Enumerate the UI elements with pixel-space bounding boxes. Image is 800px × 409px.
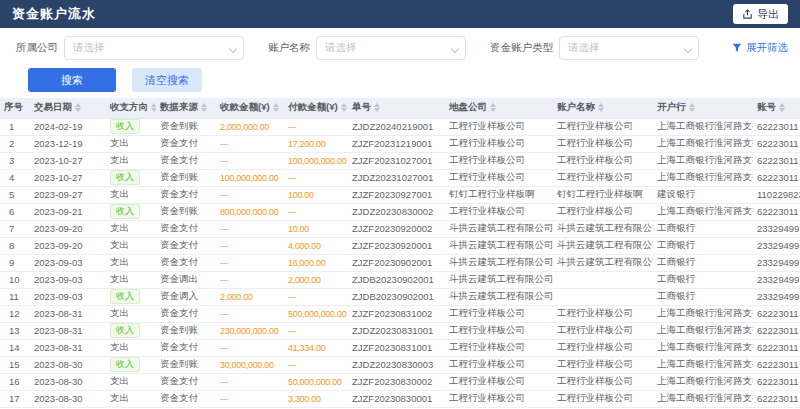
cell-bank: 工商银行 xyxy=(653,254,753,271)
company-select[interactable]: 请选择 xyxy=(64,36,244,60)
cell-source: 资金支付 xyxy=(156,339,216,356)
cell-receive: --- xyxy=(216,135,284,152)
filter-funnel-icon xyxy=(732,43,742,53)
table-row[interactable]: 102023-09-03支出资金调出---2,000.00ZJDB2023090… xyxy=(0,271,800,288)
cell-pay: 100,000,000.00 xyxy=(284,152,348,169)
cell-order: ZJZF20230830001 xyxy=(348,390,445,407)
cell-pay: 3,300.00 xyxy=(284,390,348,407)
table-row[interactable]: 42023-10-27收入资金到账100,000,000.00---ZJDZ20… xyxy=(0,169,800,186)
flow-table: 序号交易日期收支方向数据来源收款金额(¥)付款金额(¥)单号地盘公司账户名称开户… xyxy=(0,98,800,408)
sort-icon[interactable] xyxy=(75,103,81,112)
column-header-date[interactable]: 交易日期 xyxy=(30,98,106,118)
table-body: 12024-02-19收入资金到账2,000,000.00---ZJDZ2024… xyxy=(0,118,800,407)
cell-bank: 上海工商银行淮河路支行 xyxy=(653,152,753,169)
sort-icon[interactable] xyxy=(374,103,380,112)
cell-receive: 2,000,000.00 xyxy=(216,118,284,135)
cell-no: 12 xyxy=(0,305,30,322)
cell-site: 工程行业样板公司 xyxy=(445,339,553,356)
sort-icon[interactable] xyxy=(689,103,695,112)
export-button[interactable]: 导出 xyxy=(733,4,788,24)
expense-text: 支出 xyxy=(110,392,129,403)
cell-order: ZJDZ20230830002 xyxy=(348,203,445,220)
column-header-pay[interactable]: 付款金额(¥) xyxy=(284,98,348,118)
sort-icon[interactable] xyxy=(598,103,604,112)
table-row[interactable]: 132023-08-31收入资金到账230,000,000.00---ZJDZ2… xyxy=(0,322,800,339)
cell-date: 2023-09-03 xyxy=(30,254,106,271)
cell-bank: 上海工商银行淮河路支行 xyxy=(653,322,753,339)
cell-no: 13 xyxy=(0,322,30,339)
cell-pay: --- xyxy=(284,322,348,339)
table-row[interactable]: 12024-02-19收入资金到账2,000,000.00---ZJDZ2024… xyxy=(0,118,800,135)
cell-bank: 上海工商银行淮河路支行 xyxy=(653,169,753,186)
cell-site: 斗拱云建筑工程有限公司 xyxy=(445,220,553,237)
column-header-site[interactable]: 地盘公司 xyxy=(445,98,553,118)
column-header-direction[interactable]: 收支方向 xyxy=(106,98,156,118)
chevron-down-icon xyxy=(229,45,237,53)
filter-field-account: 账户名称 请选择 xyxy=(268,36,490,60)
search-button[interactable]: 搜索 xyxy=(28,68,116,92)
chevron-down-icon xyxy=(451,45,459,53)
table-row[interactable]: 172023-08-30支出资金支付---3,300.00ZJZF2023083… xyxy=(0,390,800,407)
cell-direction: 支出 xyxy=(106,390,156,407)
cell-date: 2023-08-30 xyxy=(30,356,106,373)
sort-icon[interactable] xyxy=(273,103,279,112)
table-row[interactable]: 92023-09-03支出资金支付---16,000.00ZJZF2023090… xyxy=(0,254,800,271)
cell-source: 资金支付 xyxy=(156,220,216,237)
cell-order: ZJZF20230927001 xyxy=(348,186,445,203)
table-row[interactable]: 152023-08-30收入资金到账30,000,000.00---ZJDZ20… xyxy=(0,356,800,373)
column-header-account[interactable]: 账户名称 xyxy=(553,98,653,118)
table-row[interactable]: 142023-08-31支出资金支付---41,334.00ZJZF202308… xyxy=(0,339,800,356)
sort-icon[interactable] xyxy=(490,103,496,112)
cell-account: 工程行业样板公司 xyxy=(553,203,653,220)
cell-order: ZJZF20231027001 xyxy=(348,152,445,169)
type-select[interactable]: 请选择 xyxy=(559,36,699,60)
cell-no: 11 xyxy=(0,288,30,305)
cell-pay: 50,000,000.00 xyxy=(284,373,348,390)
clear-search-button[interactable]: 清空搜索 xyxy=(132,68,202,92)
table-row[interactable]: 32023-10-27支出资金支付---100,000,000.00ZJZF20… xyxy=(0,152,800,169)
cell-account: 工程行业样板公司 xyxy=(553,135,653,152)
sort-icon[interactable] xyxy=(341,103,347,112)
table-row[interactable]: 82023-09-20支出资金支付---4,000.00ZJZF20230920… xyxy=(0,237,800,254)
table-row[interactable]: 162023-08-30支出资金支付---50,000,000.00ZJZF20… xyxy=(0,373,800,390)
expense-text: 支出 xyxy=(110,273,129,284)
table-row[interactable]: 62023-09-21收入资金到账800,000,000.00---ZJDZ20… xyxy=(0,203,800,220)
cell-receive: 30,000,000.00 xyxy=(216,356,284,373)
cell-order: ZJZF20230831002 xyxy=(348,305,445,322)
cell-date: 2023-10-27 xyxy=(30,169,106,186)
column-header-receive[interactable]: 收款金额(¥) xyxy=(216,98,284,118)
cell-order: ZJDB20230902001 xyxy=(348,271,445,288)
cell-account: 斗拱云建筑工程有限公司 xyxy=(553,220,653,237)
cell-no: 9 xyxy=(0,254,30,271)
column-header-bank[interactable]: 开户行 xyxy=(653,98,753,118)
table-row[interactable]: 122023-08-31支出资金支付---500,000,000.00ZJZF2… xyxy=(0,305,800,322)
column-label: 账户名称 xyxy=(557,101,595,114)
filter-bar: 所属公司 请选择 账户名称 请选择 资金账户类型 请选择 展开筛选 xyxy=(0,28,800,62)
table-row[interactable]: 22023-12-19支出资金支付---17,200.00ZJZF2023121… xyxy=(0,135,800,152)
table-row[interactable]: 72023-09-20支出资金支付---10.00ZJZF20230920002… xyxy=(0,220,800,237)
account-select[interactable]: 请选择 xyxy=(316,36,466,60)
cell-order: ZJZF20230920002 xyxy=(348,220,445,237)
cell-bank: 上海工商银行淮河路支行 xyxy=(653,135,753,152)
table-row[interactable]: 52023-09-27支出资金支付---100.00ZJZF2023092700… xyxy=(0,186,800,203)
column-label: 账号 xyxy=(757,101,776,114)
column-header-source[interactable]: 数据来源 xyxy=(156,98,216,118)
column-header-number[interactable]: 账号 xyxy=(753,98,800,118)
table-row[interactable]: 112023-09-03收入资金调入2,000.00---ZJDB2023090… xyxy=(0,288,800,305)
income-tag: 收入 xyxy=(110,357,140,372)
cell-receive: --- xyxy=(216,237,284,254)
cell-number: 62223011 xyxy=(753,203,800,220)
column-header-order[interactable]: 单号 xyxy=(348,98,445,118)
cell-number: 62223011 xyxy=(753,152,800,169)
sort-icon[interactable] xyxy=(151,103,156,112)
cell-account: 斗拱云建筑工程有限公司 xyxy=(553,237,653,254)
cell-direction: 支出 xyxy=(106,135,156,152)
cell-date: 2023-09-20 xyxy=(30,220,106,237)
sort-icon[interactable] xyxy=(779,103,785,112)
sort-icon[interactable] xyxy=(201,103,207,112)
column-label: 交易日期 xyxy=(34,101,72,114)
cell-number: 23329499 xyxy=(753,237,800,254)
expand-filter-link[interactable]: 展开筛选 xyxy=(732,41,788,55)
cell-pay: --- xyxy=(284,169,348,186)
cell-account: 工程行业样板公司 xyxy=(553,390,653,407)
